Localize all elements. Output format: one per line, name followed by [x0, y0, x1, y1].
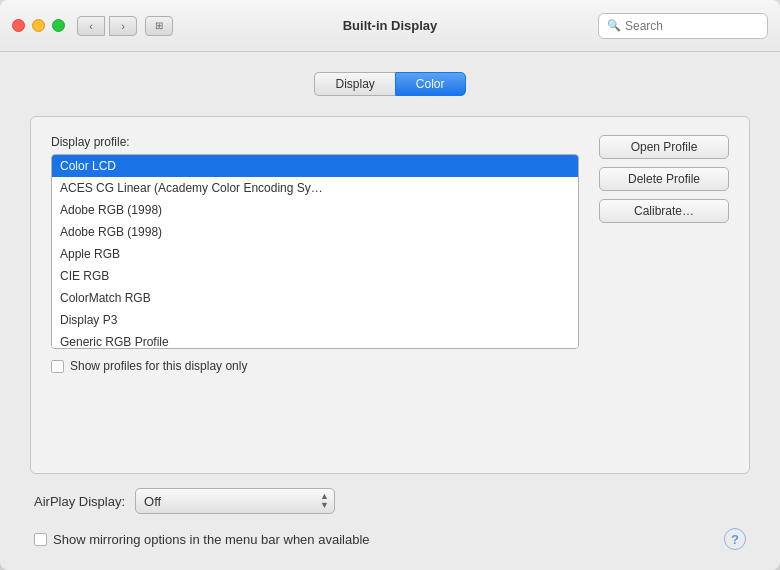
mirroring-checkbox[interactable] — [34, 533, 47, 546]
show-profiles-checkbox[interactable] — [51, 360, 64, 373]
list-item[interactable]: ColorMatch RGB — [52, 287, 578, 309]
list-item[interactable]: Generic RGB Profile — [52, 331, 578, 349]
profile-label: Display profile: — [51, 135, 579, 149]
search-input[interactable] — [625, 19, 759, 33]
close-button[interactable] — [12, 19, 25, 32]
back-button[interactable]: ‹ — [77, 16, 105, 36]
list-item[interactable]: CIE RGB — [52, 265, 578, 287]
right-column: Open Profile Delete Profile Calibrate… — [599, 135, 729, 373]
airplay-row: AirPlay Display: Off On ▲ ▼ — [30, 488, 750, 514]
main-window: ‹ › ⊞ Built-in Display 🔍 Display Color D… — [0, 0, 780, 570]
window-title: Built-in Display — [343, 18, 438, 33]
list-item[interactable]: ACES CG Linear (Academy Color Encoding S… — [52, 177, 578, 199]
mirroring-label: Show mirroring options in the menu bar w… — [53, 532, 370, 547]
tab-display[interactable]: Display — [314, 72, 394, 96]
settings-panel: Display profile: Color LCD ACES CG Linea… — [30, 116, 750, 474]
search-icon: 🔍 — [607, 19, 621, 32]
open-profile-button[interactable]: Open Profile — [599, 135, 729, 159]
show-profiles-row: Show profiles for this display only — [51, 359, 579, 373]
maximize-button[interactable] — [52, 19, 65, 32]
tab-color[interactable]: Color — [395, 72, 466, 96]
list-item[interactable]: Adobe RGB (1998) — [52, 199, 578, 221]
nav-buttons: ‹ › — [77, 16, 137, 36]
profile-list[interactable]: Color LCD ACES CG Linear (Academy Color … — [51, 154, 579, 349]
tab-control: Display Color — [30, 72, 750, 96]
search-bar[interactable]: 🔍 — [598, 13, 768, 39]
left-column: Display profile: Color LCD ACES CG Linea… — [51, 135, 579, 373]
forward-button[interactable]: › — [109, 16, 137, 36]
help-button[interactable]: ? — [724, 528, 746, 550]
bottom-row: Show mirroring options in the menu bar w… — [30, 528, 750, 550]
airplay-select-wrapper: Off On ▲ ▼ — [135, 488, 335, 514]
list-item[interactable]: Color LCD — [52, 155, 578, 177]
calibrate-button[interactable]: Calibrate… — [599, 199, 729, 223]
content-area: Display Color Display profile: Color LCD… — [0, 52, 780, 570]
title-bar: ‹ › ⊞ Built-in Display 🔍 — [0, 0, 780, 52]
list-item[interactable]: Apple RGB — [52, 243, 578, 265]
airplay-select[interactable]: Off On — [135, 488, 335, 514]
list-item[interactable]: Display P3 — [52, 309, 578, 331]
traffic-lights — [12, 19, 65, 32]
list-item[interactable]: Adobe RGB (1998) — [52, 221, 578, 243]
panel-row: Display profile: Color LCD ACES CG Linea… — [51, 135, 729, 373]
show-profiles-label: Show profiles for this display only — [70, 359, 247, 373]
minimize-button[interactable] — [32, 19, 45, 32]
delete-profile-button[interactable]: Delete Profile — [599, 167, 729, 191]
grid-button[interactable]: ⊞ — [145, 16, 173, 36]
airplay-label: AirPlay Display: — [34, 494, 125, 509]
